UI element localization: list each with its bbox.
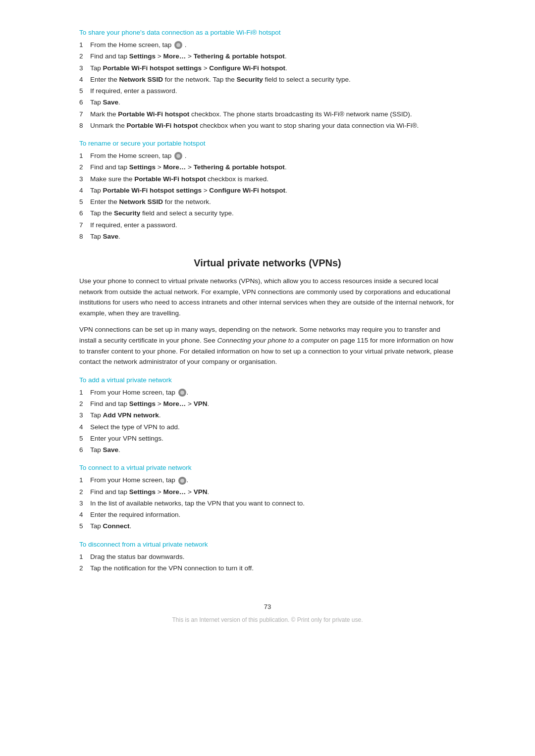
step-text: Find and tap Settings > More… > Tetherin… <box>90 51 456 61</box>
step-number: 4 <box>79 422 90 432</box>
step-text: Enter the required information. <box>90 510 456 520</box>
step-text: From the Home screen, tap . <box>90 40 456 50</box>
step-number: 1 <box>79 552 90 562</box>
step-number: 1 <box>79 40 90 50</box>
step-text: Unmark the Portable Wi-Fi hotspot checkb… <box>90 121 456 131</box>
step-number: 1 <box>79 388 90 398</box>
list-item: 1 From the Home screen, tap . <box>79 151 456 161</box>
step-number: 5 <box>79 86 90 96</box>
step-text: From your Home screen, tap . <box>90 388 456 398</box>
step-number: 3 <box>79 63 90 73</box>
step-text: Tap Save. <box>90 232 456 242</box>
list-item: 4 Tap Portable Wi-Fi hotspot settings > … <box>79 186 456 196</box>
hotspot-share-list: 1 From the Home screen, tap . 2 Find and… <box>79 40 456 131</box>
step-number: 2 <box>79 51 90 61</box>
step-number: 5 <box>79 434 90 444</box>
step-number: 8 <box>79 121 90 131</box>
vpn-add-heading: To add a virtual private network <box>79 376 456 384</box>
step-number: 5 <box>79 197 90 207</box>
step-text: Tap the notification for the VPN connect… <box>90 563 456 573</box>
settings-icon <box>174 152 182 160</box>
list-item: 5 If required, enter a password. <box>79 86 456 96</box>
settings-icon <box>178 389 186 397</box>
hotspot-rename-section: To rename or secure your portable hotspo… <box>79 140 456 242</box>
step-text: Mark the Portable Wi-Fi hotspot checkbox… <box>90 109 456 119</box>
vpn-add-section: To add a virtual private network 1 From … <box>79 376 456 455</box>
list-item: 3 Tap Portable Wi-Fi hotspot settings > … <box>79 63 456 73</box>
step-number: 2 <box>79 563 90 573</box>
step-text: Enter the Network SSID for the network. <box>90 197 456 207</box>
list-item: 4 Enter the required information. <box>79 510 456 520</box>
vpn-disconnect-list: 1 Drag the status bar downwards. 2 Tap t… <box>79 552 456 574</box>
page-number: 73 <box>79 603 456 610</box>
list-item: 2 Find and tap Settings > More… > Tether… <box>79 51 456 61</box>
list-item: 1 From the Home screen, tap . <box>79 40 456 50</box>
vpn-disconnect-section: To disconnect from a virtual private net… <box>79 541 456 574</box>
step-text: Enter the Network SSID for the network. … <box>90 75 456 85</box>
step-number: 6 <box>79 98 90 107</box>
step-text: If required, enter a password. <box>90 220 456 230</box>
step-number: 4 <box>79 186 90 196</box>
list-item: 3 In the list of available networks, tap… <box>79 499 456 508</box>
list-item: 6 Tap the Security field and select a se… <box>79 208 456 218</box>
step-text: Tap Connect. <box>90 521 456 531</box>
vpn-add-list: 1 From your Home screen, tap . 2 Find an… <box>79 388 456 455</box>
step-text: Drag the status bar downwards. <box>90 552 456 562</box>
hotspot-share-section: To share your phone's data connection as… <box>79 29 456 131</box>
hotspot-rename-heading: To rename or secure your portable hotspo… <box>79 140 456 147</box>
step-number: 8 <box>79 232 90 242</box>
list-item: 5 Enter your VPN settings. <box>79 434 456 444</box>
hotspot-rename-list: 1 From the Home screen, tap . 2 Find and… <box>79 151 456 242</box>
step-text: If required, enter a password. <box>90 86 456 96</box>
step-number: 2 <box>79 399 90 409</box>
list-item: 3 Tap Add VPN network. <box>79 410 456 420</box>
step-number: 6 <box>79 445 90 455</box>
step-number: 2 <box>79 487 90 497</box>
vpn-connect-list: 1 From your Home screen, tap . 2 Find an… <box>79 475 456 531</box>
step-text: In the list of available networks, tap t… <box>90 499 456 508</box>
list-item: 2 Find and tap Settings > More… > VPN. <box>79 487 456 497</box>
list-item: 2 Find and tap Settings > More… > Tether… <box>79 162 456 172</box>
list-item: 7 If required, enter a password. <box>79 220 456 230</box>
settings-icon <box>178 477 186 485</box>
step-text: Tap Save. <box>90 98 456 107</box>
list-item: 5 Enter the Network SSID for the network… <box>79 197 456 207</box>
list-item: 6 Tap Save. <box>79 445 456 455</box>
step-text: Make sure the Portable Wi-Fi hotspot che… <box>90 174 456 184</box>
footer-text: This is an Internet version of this publ… <box>79 616 456 623</box>
step-text: Select the type of VPN to add. <box>90 422 456 432</box>
settings-icon <box>174 41 182 49</box>
list-item: 1 Drag the status bar downwards. <box>79 552 456 562</box>
step-number: 3 <box>79 499 90 508</box>
step-number: 3 <box>79 174 90 184</box>
step-number: 5 <box>79 521 90 531</box>
step-number: 4 <box>79 510 90 520</box>
vpn-connect-heading: To connect to a virtual private network <box>79 464 456 471</box>
vpn-connect-section: To connect to a virtual private network … <box>79 464 456 531</box>
step-number: 4 <box>79 75 90 85</box>
list-item: 2 Tap the notification for the VPN conne… <box>79 563 456 573</box>
step-text: Tap Save. <box>90 445 456 455</box>
step-text: Enter your VPN settings. <box>90 434 456 444</box>
list-item: 8 Tap Save. <box>79 232 456 242</box>
page-content: To share your phone's data connection as… <box>79 0 456 653</box>
step-text: Find and tap Settings > More… > VPN. <box>90 399 456 409</box>
step-text: Tap the Security field and select a secu… <box>90 208 456 218</box>
step-text: From your Home screen, tap . <box>90 475 456 485</box>
step-text: Tap Add VPN network. <box>90 410 456 420</box>
hotspot-share-heading: To share your phone's data connection as… <box>79 29 456 36</box>
step-text: Find and tap Settings > More… > Tetherin… <box>90 162 456 172</box>
vpn-intro-2: VPN connections can be set up in many wa… <box>79 324 456 367</box>
step-number: 2 <box>79 162 90 172</box>
step-number: 7 <box>79 220 90 230</box>
step-text: Find and tap Settings > More… > VPN. <box>90 487 456 497</box>
step-number: 3 <box>79 410 90 420</box>
vpn-intro-1: Use your phone to connect to virtual pri… <box>79 276 456 318</box>
list-item: 1 From your Home screen, tap . <box>79 388 456 398</box>
list-item: 6 Tap Save. <box>79 98 456 107</box>
list-item: 2 Find and tap Settings > More… > VPN. <box>79 399 456 409</box>
vpn-intro-2-italic: Connecting your phone to a computer <box>217 337 329 344</box>
vpn-disconnect-heading: To disconnect from a virtual private net… <box>79 541 456 548</box>
step-text: Tap Portable Wi-Fi hotspot settings > Co… <box>90 63 456 73</box>
list-item: 4 Enter the Network SSID for the network… <box>79 75 456 85</box>
